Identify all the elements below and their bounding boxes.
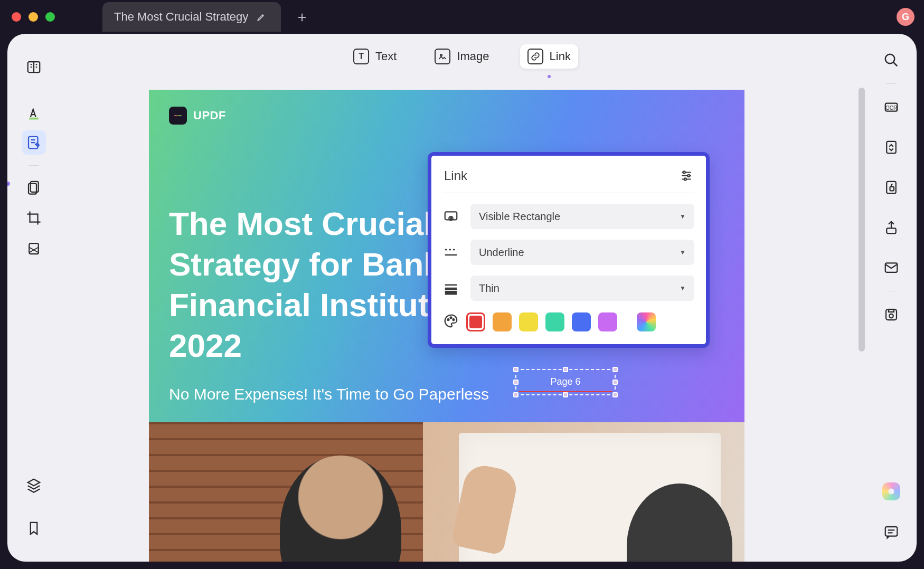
color-swatch-red[interactable] — [466, 312, 485, 331]
color-swatch-yellow[interactable] — [519, 312, 538, 331]
save-button[interactable] — [881, 304, 902, 325]
color-swatch-orange[interactable] — [493, 312, 512, 331]
organize-pages-button[interactable] — [22, 175, 46, 200]
app-frame: OCR T Text — [7, 34, 917, 562]
svg-rect-16 — [885, 527, 898, 536]
svg-point-24 — [448, 319, 449, 320]
scrollbar-thumb[interactable] — [859, 88, 865, 352]
link-properties-panel: Link Visible Rectangle ▼ Underline ▼ — [428, 152, 710, 348]
edit-mode-button[interactable] — [22, 130, 46, 155]
resize-handle-n[interactable] — [563, 367, 568, 372]
swatch-separator — [627, 313, 627, 331]
resize-handle-e[interactable] — [612, 380, 618, 385]
line-style-select[interactable]: Underline ▼ — [470, 240, 694, 265]
resize-handle-s[interactable] — [563, 392, 568, 397]
resize-handle-sw[interactable] — [513, 392, 518, 397]
chevron-down-icon: ▼ — [680, 249, 686, 256]
vertical-scrollbar[interactable] — [859, 88, 865, 468]
crop-pages-button[interactable] — [22, 206, 46, 230]
ai-assistant-button[interactable] — [882, 482, 900, 500]
window-controls — [12, 12, 55, 22]
reader-mode-button[interactable] — [22, 55, 46, 79]
bookmark-button[interactable] — [22, 516, 46, 540]
svg-point-14 — [889, 314, 893, 318]
brand-name: UPDF — [193, 109, 226, 122]
resize-handle-ne[interactable] — [612, 367, 618, 372]
color-swatch-blue[interactable] — [572, 312, 591, 331]
layers-button[interactable] — [22, 473, 46, 497]
color-icon — [443, 313, 459, 331]
svg-rect-10 — [890, 187, 894, 191]
resize-handle-w[interactable] — [513, 380, 518, 385]
line-style-icon — [443, 244, 459, 260]
svg-point-18 — [683, 171, 685, 173]
svg-point-20 — [684, 178, 686, 180]
resize-handle-se[interactable] — [612, 392, 618, 397]
zoom-window[interactable] — [45, 12, 55, 22]
resize-handle-nw[interactable] — [513, 367, 518, 372]
hero-subtitle: No More Expenses! It's Time to Go Paperl… — [169, 385, 724, 403]
share-button[interactable] — [881, 217, 902, 238]
svg-point-25 — [450, 317, 452, 318]
link-annotation-label: Page 6 — [550, 376, 580, 387]
left-sidebar — [7, 34, 60, 562]
convert-button[interactable] — [881, 137, 902, 158]
line-width-icon — [443, 280, 459, 296]
insert-link-button[interactable]: Link — [520, 44, 578, 69]
svg-point-19 — [687, 175, 690, 177]
user-avatar[interactable]: G — [897, 8, 914, 26]
svg-point-5 — [885, 54, 895, 64]
insert-text-button[interactable]: T Text — [346, 44, 404, 69]
color-picker-button[interactable] — [637, 312, 656, 331]
active-mode-indicator — [7, 182, 10, 186]
close-window[interactable] — [12, 12, 21, 22]
link-type-icon — [443, 208, 459, 224]
brand-logo: ~~ — [169, 107, 187, 125]
svg-point-23 — [450, 218, 452, 220]
chevron-down-icon: ▼ — [680, 284, 686, 292]
window-titlebar: The Most Crucial Strategy ＋ G — [0, 0, 924, 34]
protect-button[interactable] — [881, 177, 902, 198]
new-tab-button[interactable]: ＋ — [295, 10, 309, 24]
image-icon — [435, 49, 450, 64]
edit-tab-icon[interactable] — [257, 12, 266, 22]
svg-rect-11 — [887, 228, 896, 233]
svg-point-26 — [453, 319, 455, 320]
insert-image-button[interactable]: Image — [427, 44, 496, 69]
chevron-down-icon: ▼ — [680, 213, 686, 220]
panel-title: Link — [444, 168, 467, 183]
right-sidebar: OCR — [866, 34, 917, 562]
svg-text:OCR: OCR — [885, 105, 897, 111]
link-icon — [527, 49, 543, 64]
svg-point-17 — [440, 54, 442, 56]
document-tab-title: The Most Crucial Strategy — [114, 10, 248, 24]
line-width-select[interactable]: Thin ▼ — [470, 276, 694, 301]
brand: ~~ UPDF — [169, 107, 724, 125]
color-swatch-teal[interactable] — [545, 312, 564, 331]
annotation-mode-button[interactable] — [22, 100, 46, 124]
link-type-select[interactable]: Visible Rectangle ▼ — [470, 204, 694, 229]
text-icon: T — [353, 49, 369, 64]
search-button[interactable] — [881, 50, 902, 71]
insert-toolbar: T Text Image Link — [346, 44, 578, 69]
link-annotation[interactable]: Page 6 — [515, 369, 616, 395]
email-button[interactable] — [881, 257, 902, 278]
document-tab[interactable]: The Most Crucial Strategy — [102, 2, 281, 32]
comments-button[interactable] — [881, 521, 902, 543]
svg-rect-15 — [889, 309, 894, 312]
minimize-window[interactable] — [29, 12, 38, 22]
page-photo — [149, 422, 744, 562]
ocr-button[interactable]: OCR — [881, 97, 902, 118]
panel-settings-icon[interactable] — [680, 169, 693, 183]
svg-rect-8 — [887, 141, 896, 154]
redact-button[interactable] — [22, 236, 46, 261]
color-swatch-purple[interactable] — [598, 312, 617, 331]
